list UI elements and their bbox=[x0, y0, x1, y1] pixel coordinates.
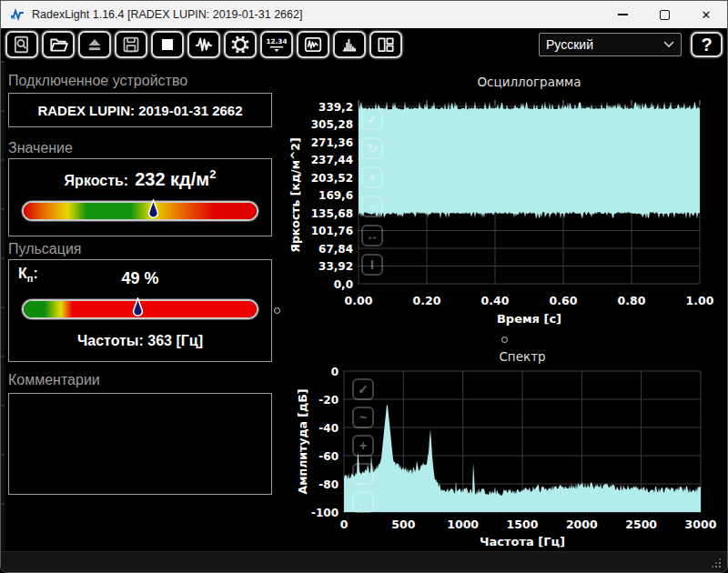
chart-splitter-handle[interactable] bbox=[274, 307, 280, 314]
svg-text:135,68: 135,68 bbox=[311, 207, 353, 220]
layout-button[interactable] bbox=[369, 31, 402, 58]
svg-text:2500: 2500 bbox=[625, 518, 657, 531]
svg-text:0.00: 0.00 bbox=[345, 294, 373, 307]
svg-text:3000: 3000 bbox=[685, 518, 717, 531]
chart-bars-icon bbox=[339, 35, 359, 55]
kp-value: 49 % bbox=[9, 269, 271, 288]
connected-device-header: Подключенное устройство bbox=[8, 72, 276, 89]
chart-tool-minus-icon[interactable]: − bbox=[352, 463, 374, 485]
svg-text:0: 0 bbox=[331, 366, 339, 378]
kp-label: Кп: bbox=[18, 266, 38, 284]
svg-text:67,84: 67,84 bbox=[318, 243, 353, 256]
title-bar: RadexLight 1.16.4 [RADEX LUPIN: 2019-01-… bbox=[1, 1, 727, 28]
charts-area: 339,2305,28271,36237,44203,52169,6135,68… bbox=[276, 61, 727, 551]
svg-text:0: 0 bbox=[340, 518, 349, 531]
brightness-marker-icon bbox=[147, 199, 159, 224]
toolbar: 12.34 Русский ? bbox=[1, 28, 727, 61]
svg-text:0.60: 0.60 bbox=[550, 294, 578, 307]
svg-text:203,52: 203,52 bbox=[311, 172, 353, 185]
svg-text:271,36: 271,36 bbox=[311, 136, 353, 149]
svg-text:-20: -20 bbox=[318, 394, 339, 407]
numeric-display-button[interactable]: 12.34 bbox=[260, 31, 293, 58]
comments-input[interactable] bbox=[8, 393, 272, 495]
oscillogram-chart[interactable]: 339,2305,28271,36237,44203,52169,6135,68… bbox=[288, 75, 714, 326]
comments-section-header: Комментарии bbox=[8, 371, 276, 388]
sidebar: Подключенное устройство RADEX LUPIN: 201… bbox=[5, 61, 276, 495]
main-area: Подключенное устройство RADEX LUPIN: 201… bbox=[1, 61, 727, 551]
brightness-value: 232 кд/м2 bbox=[135, 167, 216, 190]
maximize-button[interactable] bbox=[643, 1, 685, 28]
chart-tool-refresh-icon[interactable]: ↻ bbox=[361, 137, 383, 159]
close-icon: ✕ bbox=[702, 9, 712, 21]
save-button[interactable] bbox=[115, 31, 147, 58]
language-value: Русский bbox=[546, 37, 593, 52]
window-controls: ✕ bbox=[602, 1, 727, 28]
chart-tool-minus-icon[interactable]: − bbox=[361, 196, 383, 217]
svg-text:33,92: 33,92 bbox=[318, 260, 353, 273]
charts-canvas[interactable]: 339,2305,28271,36237,44203,52169,6135,68… bbox=[276, 61, 728, 552]
svg-text:Время [с]: Время [с] bbox=[497, 312, 561, 326]
brightness-label: Яркость: bbox=[65, 173, 129, 189]
chart-wave-icon bbox=[303, 35, 323, 55]
chart-tool-check-icon[interactable]: ✓ bbox=[361, 108, 383, 130]
gear-icon bbox=[230, 35, 250, 55]
chart-tool-check-icon[interactable]: ✓ bbox=[352, 378, 374, 400]
svg-text:0,0: 0,0 bbox=[334, 278, 353, 291]
chart-tool-plus-icon[interactable]: + bbox=[361, 166, 383, 188]
numeric-display-icon: 12.34 bbox=[267, 35, 287, 55]
osc-title: Осциллограмма bbox=[477, 75, 581, 89]
frequency-readout: Частоты: 363 [Гц] bbox=[9, 333, 271, 349]
svg-text:2000: 2000 bbox=[566, 518, 598, 531]
value-box: Яркость: 232 кд/м2 bbox=[8, 158, 272, 236]
chart-splitter-handle[interactable] bbox=[501, 337, 508, 343]
oscillogram-band bbox=[359, 101, 700, 219]
settings-button[interactable] bbox=[224, 31, 257, 58]
minimize-button[interactable] bbox=[602, 1, 643, 28]
chart-tool-wave-icon[interactable]: ~ bbox=[352, 407, 374, 428]
resize-grip[interactable] bbox=[710, 557, 721, 568]
chart-tool-fit-h-icon[interactable]: ↔ bbox=[361, 225, 383, 246]
oscillogram-button[interactable] bbox=[297, 31, 329, 58]
open-file-button[interactable] bbox=[42, 31, 75, 58]
svg-text:0.40: 0.40 bbox=[481, 294, 510, 307]
pulsation-section-header: Пульсация bbox=[8, 240, 276, 257]
svg-text:339,2: 339,2 bbox=[318, 101, 353, 114]
stop-button[interactable] bbox=[151, 31, 184, 58]
spec-title: Спектр bbox=[499, 349, 545, 364]
value-section-header: Значение bbox=[8, 139, 276, 156]
stop-icon bbox=[157, 35, 177, 55]
chart-tool-fit-h-icon[interactable]: ↔ bbox=[352, 491, 374, 513]
svg-text:Яркость [кд/м^2]: Яркость [кд/м^2] bbox=[288, 137, 302, 253]
chart-tool-fit-v-icon[interactable]: I bbox=[361, 254, 383, 276]
svg-text:12.34: 12.34 bbox=[267, 37, 287, 45]
language-select[interactable]: Русский bbox=[539, 33, 682, 56]
svg-text:1500: 1500 bbox=[507, 518, 539, 531]
spectrum-button[interactable] bbox=[333, 31, 366, 58]
app-icon bbox=[10, 7, 25, 22]
help-button[interactable]: ? bbox=[691, 32, 723, 57]
svg-text:Частота [Гц]: Частота [Гц] bbox=[480, 535, 565, 548]
minimize-icon bbox=[618, 14, 628, 15]
svg-text:-40: -40 bbox=[318, 422, 339, 435]
svg-text:1.00: 1.00 bbox=[686, 294, 714, 307]
find-device-button[interactable] bbox=[5, 31, 38, 58]
svg-text:500: 500 bbox=[391, 518, 415, 531]
chevron-down-icon bbox=[663, 41, 674, 48]
eject-button[interactable] bbox=[78, 31, 111, 58]
search-doc-icon bbox=[12, 35, 32, 55]
signal-button[interactable] bbox=[187, 31, 220, 58]
layout-panels-icon bbox=[376, 35, 396, 55]
chart-tool-plus-icon[interactable]: + bbox=[352, 435, 374, 457]
pulsation-marker-icon bbox=[132, 297, 144, 322]
svg-text:0.80: 0.80 bbox=[618, 294, 646, 307]
status-bar bbox=[1, 551, 727, 572]
svg-text:305,28: 305,28 bbox=[311, 118, 353, 131]
close-button[interactable]: ✕ bbox=[685, 1, 727, 28]
connected-device-box: RADEX LUPIN: 2019-01-31 2662 bbox=[8, 93, 272, 127]
brightness-gradient bbox=[24, 203, 257, 219]
device-name: RADEX LUPIN: 2019-01-31 2662 bbox=[37, 103, 242, 118]
svg-text:1000: 1000 bbox=[447, 518, 479, 531]
svg-text:237,44: 237,44 bbox=[311, 154, 353, 166]
svg-text:0.20: 0.20 bbox=[413, 294, 441, 307]
floppy-icon bbox=[121, 35, 141, 55]
